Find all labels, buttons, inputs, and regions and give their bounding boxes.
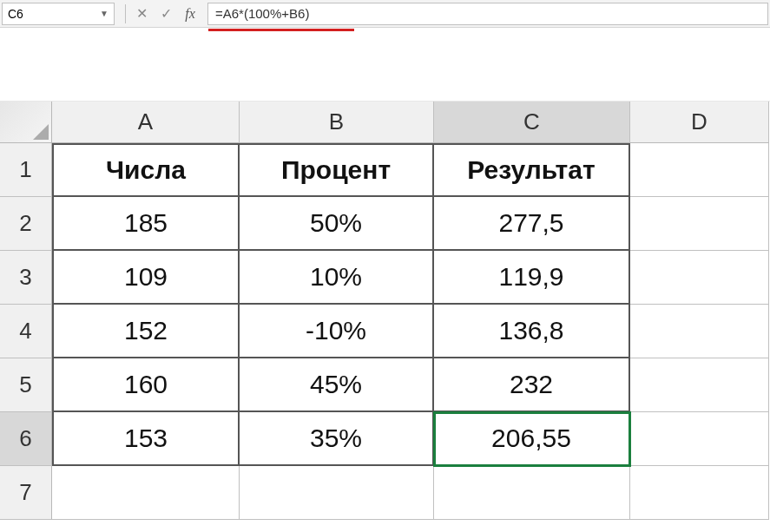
formula-text: =A6*(100%+B6)	[215, 6, 309, 21]
cell-c6[interactable]: 206,55	[434, 412, 630, 466]
row-header-7[interactable]: 7	[0, 466, 52, 520]
cell-a2[interactable]: 185	[52, 197, 240, 251]
fx-icon: fx	[185, 6, 195, 22]
cell-b6[interactable]: 35%	[240, 412, 434, 466]
col-header-b[interactable]: B	[240, 102, 434, 143]
name-box[interactable]: C6 ▼	[2, 3, 115, 25]
check-icon: ✓	[161, 5, 172, 22]
cell-a7[interactable]	[52, 466, 240, 520]
cell-b2[interactable]: 50%	[240, 197, 434, 251]
row-header-5[interactable]: 5	[0, 358, 52, 412]
cell-d2[interactable]	[630, 197, 769, 251]
cell-d4[interactable]	[630, 305, 769, 358]
row-header-4[interactable]: 4	[0, 305, 52, 358]
cell-c3[interactable]: 119,9	[434, 251, 630, 305]
formula-highlight-underline	[208, 29, 354, 31]
cell-c1[interactable]: Результат	[434, 143, 630, 197]
row-header-6[interactable]: 6	[0, 412, 52, 466]
cell-a4[interactable]: 152	[52, 305, 240, 358]
cell-b1[interactable]: Процент	[240, 143, 434, 197]
spreadsheet-grid: 1 2 3 4 5 6 7 A B C D Числа Процент Резу…	[0, 102, 770, 520]
close-icon: ✕	[136, 5, 148, 22]
col-header-c[interactable]: C	[434, 102, 630, 143]
fx-button[interactable]: fx	[178, 3, 202, 25]
row-header-3[interactable]: 3	[0, 251, 52, 305]
name-box-dropdown-icon[interactable]: ▼	[100, 9, 109, 18]
cell-d7[interactable]	[630, 466, 769, 520]
cell-a1[interactable]: Числа	[52, 143, 240, 197]
cell-c4[interactable]: 136,8	[434, 305, 630, 358]
formula-input[interactable]: =A6*(100%+B6)	[207, 3, 768, 25]
cell-a3[interactable]: 109	[52, 251, 240, 305]
accept-formula-button[interactable]: ✓	[154, 3, 178, 25]
cell-d6[interactable]	[630, 412, 769, 466]
row-header-2[interactable]: 2	[0, 197, 52, 251]
col-header-d[interactable]: D	[630, 102, 769, 143]
select-all-corner[interactable]	[0, 102, 52, 143]
cell-c5[interactable]: 232	[434, 358, 630, 412]
cell-d3[interactable]	[630, 251, 769, 305]
ribbon-spacer	[0, 28, 770, 102]
name-box-value: C6	[8, 7, 23, 21]
formula-bar: C6 ▼ ✕ ✓ fx =A6*(100%+B6)	[0, 0, 770, 28]
cell-a5[interactable]: 160	[52, 358, 240, 412]
cell-c7[interactable]	[434, 466, 630, 520]
row-header-1[interactable]: 1	[0, 143, 52, 197]
cell-b4[interactable]: -10%	[240, 305, 434, 358]
cancel-formula-button[interactable]: ✕	[129, 3, 154, 25]
cell-b3[interactable]: 10%	[240, 251, 434, 305]
cell-d5[interactable]	[630, 358, 769, 412]
col-header-a[interactable]: A	[52, 102, 240, 143]
cell-c2[interactable]: 277,5	[434, 197, 630, 251]
cell-a6[interactable]: 153	[52, 412, 240, 466]
separator	[125, 4, 126, 23]
cell-b7[interactable]	[240, 466, 434, 520]
cell-b5[interactable]: 45%	[240, 358, 434, 412]
cell-d1[interactable]	[630, 143, 769, 197]
